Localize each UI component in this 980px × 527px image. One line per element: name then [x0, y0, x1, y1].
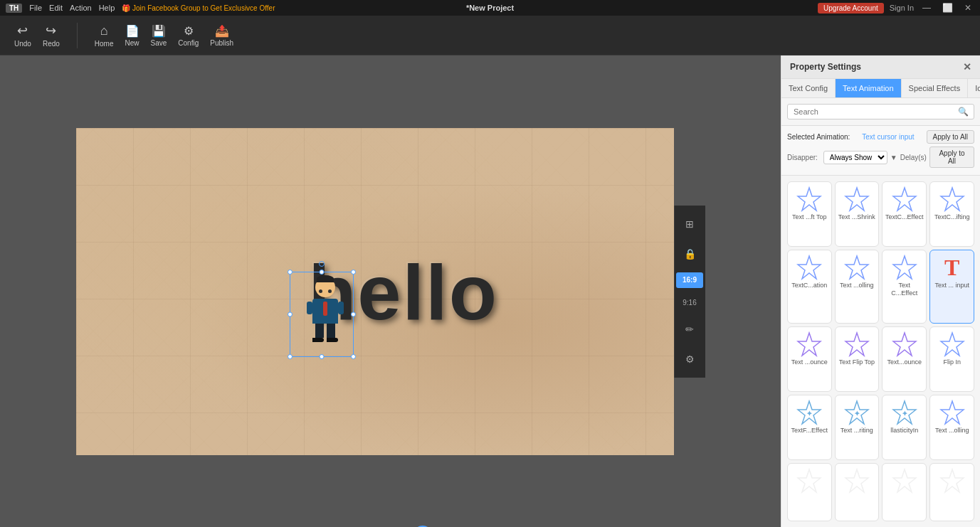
apply-to-all-button-1[interactable]: Apply to All	[927, 130, 974, 144]
anim-svg-icon	[796, 331, 822, 357]
minimize-button[interactable]: —	[920, 3, 934, 13]
anim-icon-empty3	[892, 468, 917, 494]
canvas: hello	[76, 128, 674, 455]
publish-label: Publish	[210, 39, 233, 47]
animation-grid: Text ...ft Top Text ...Shrink TextC...Ef…	[781, 176, 980, 527]
anim-cell-text-lift-top[interactable]: Text ...ft Top	[787, 181, 832, 247]
save-icon: 💾	[152, 24, 166, 38]
anim-cell-text-olling2[interactable]: Text ...olling	[929, 395, 974, 460]
char-leg-right	[327, 324, 335, 338]
publish-button[interactable]: 📤 Publish	[210, 24, 233, 47]
home-label: Home	[95, 40, 114, 48]
search-input[interactable]	[787, 104, 974, 119]
save-label: Save	[151, 39, 167, 47]
anim-icon-llasticity-in: ✦	[892, 400, 917, 425]
anim-cell-text-riting[interactable]: ✦ Text ...riting	[835, 395, 880, 460]
anim-cell-text-ounce[interactable]: Text ...ounce	[787, 326, 832, 392]
anim-icon-text-c-effect	[892, 255, 917, 280]
aspect-916-button[interactable]: 9:16	[676, 295, 703, 311]
lock-button[interactable]: 🔒	[678, 243, 701, 265]
tab-icons[interactable]: Icons	[968, 79, 980, 97]
selected-animation-row: Selected Animation: Text cursor input Ap…	[787, 130, 974, 144]
new-icon: 📄	[125, 24, 139, 38]
redo-label: Redo	[43, 40, 60, 48]
char-feet	[304, 338, 347, 342]
anim-cell-textf-effect[interactable]: ✦ TextF...Effect	[787, 395, 832, 460]
anim-label-textc-ation: TextC...ation	[791, 282, 827, 289]
svg-marker-19	[845, 469, 868, 492]
anim-cell-empty4[interactable]	[929, 463, 974, 521]
anim-label-text-olling2: Text ...olling	[935, 427, 969, 435]
upgrade-button[interactable]: Upgrade Account	[818, 3, 884, 14]
anim-cell-flip-in[interactable]: Flip In	[929, 326, 974, 392]
tab-special-effects[interactable]: Special Effects	[902, 79, 969, 97]
anim-cell-text-cursor-input[interactable]: T Text ... input	[929, 250, 974, 323]
title-bar-right: Upgrade Account Sign In — ⬜ ✕	[818, 3, 974, 14]
home-icon: ⌂	[100, 23, 108, 38]
anim-icon-textc-ation	[796, 255, 822, 280]
anim-svg-icon	[844, 331, 870, 357]
char-body	[312, 299, 338, 324]
anim-cell-text-c-effect[interactable]: Text C...Effect	[882, 250, 927, 323]
anim-svg-icon	[844, 468, 870, 494]
anim-svg-icon	[892, 331, 917, 357]
menu-help[interactable]: Help	[99, 4, 115, 12]
config-button[interactable]: ⚙ Config	[178, 24, 199, 47]
anim-cell-empty2[interactable]	[835, 463, 880, 521]
disappear-row: Disapper: Always Show ▼ Delay(s) Apply t…	[787, 147, 974, 168]
anim-svg-icon	[939, 400, 965, 425]
anim-svg-icon	[796, 468, 822, 494]
anim-cell-text-ounce2[interactable]: Text...ounce	[882, 326, 927, 392]
anim-cell-textc-effect[interactable]: TextC...Effect	[882, 181, 927, 247]
anim-cell-text-olling[interactable]: Text ...olling	[835, 250, 880, 323]
home-button[interactable]: ⌂ Home	[95, 23, 114, 48]
disappear-select[interactable]: Always Show	[823, 151, 887, 164]
anim-cell-textc-ation[interactable]: TextC...ation	[787, 250, 832, 323]
anim-svg-icon	[796, 186, 822, 212]
toolbar: ↩ Undo ↪ Redo ⌂ Home 📄 New 💾 Save ⚙ Conf…	[0, 16, 980, 55]
maximize-button[interactable]: ⬜	[939, 3, 956, 13]
settings-button[interactable]: ⚙	[678, 348, 701, 371]
anim-cell-empty1[interactable]	[787, 463, 832, 521]
save-button[interactable]: 💾 Save	[151, 24, 167, 47]
panel-header: Property Settings ✕	[781, 55, 980, 79]
new-button[interactable]: 📄 New	[125, 24, 139, 47]
anim-icon-text-olling2	[939, 400, 965, 425]
char-tie	[323, 302, 327, 316]
anim-svg-icon	[796, 255, 822, 280]
anim-cell-text-shrink[interactable]: Text ...Shrink	[835, 181, 880, 247]
tab-text-animation[interactable]: Text Animation	[836, 79, 902, 97]
anim-cell-empty3[interactable]	[882, 463, 927, 521]
svg-marker-17	[941, 401, 964, 424]
search-icon: 🔍	[958, 107, 969, 117]
disappear-dropdown-arrow[interactable]: ▼	[890, 154, 897, 161]
anim-icon-empty4	[939, 468, 965, 494]
menu-action[interactable]: Action	[70, 4, 92, 12]
config-label: Config	[178, 39, 199, 47]
anim-cell-llasticity-in[interactable]: ✦ llasticityIn	[882, 395, 927, 460]
aspect-169-button[interactable]: 16:9	[676, 272, 703, 288]
character-figure	[304, 277, 347, 341]
anim-cell-textc-ifting[interactable]: TextC...ifting	[929, 181, 974, 247]
tab-text-config[interactable]: Text Config	[781, 79, 836, 97]
toolbar-group-undo-redo: ↩ Undo ↪ Redo	[14, 23, 60, 48]
edit-button[interactable]: ✏	[678, 318, 701, 341]
svg-marker-0	[798, 188, 821, 211]
close-button[interactable]: ✕	[961, 3, 974, 13]
menu-file[interactable]: File	[29, 4, 42, 12]
char-hair	[317, 275, 334, 282]
character-element[interactable]	[297, 277, 354, 356]
promo-link[interactable]: 🎁 Join Facebook Group to Get Exclusivce …	[122, 4, 275, 12]
redo-button[interactable]: ↪ Redo	[43, 23, 60, 48]
panel-close-button[interactable]: ✕	[963, 61, 971, 73]
sign-in-link[interactable]: Sign In	[890, 4, 914, 12]
anim-svg-icon	[892, 186, 917, 212]
anim-svg-icon	[939, 331, 965, 357]
apply-to-all-button-2[interactable]: Apply to All	[929, 147, 974, 168]
anim-icon-textc-effect	[892, 186, 917, 212]
layers-button[interactable]: ⊞	[678, 213, 701, 235]
anim-label-textc-effect: TextC...Effect	[885, 213, 923, 221]
menu-edit[interactable]: Edit	[49, 4, 63, 12]
undo-button[interactable]: ↩ Undo	[14, 23, 31, 48]
anim-cell-text-flip-top[interactable]: Text Flip Top	[835, 326, 880, 392]
